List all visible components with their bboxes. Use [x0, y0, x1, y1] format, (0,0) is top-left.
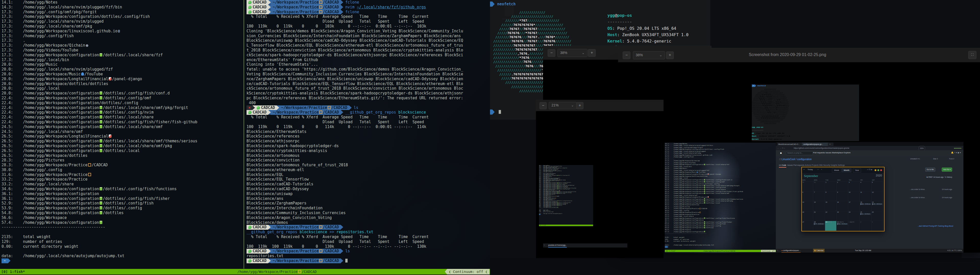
terminal-line: BlockScience/cadCAD-Odyssey	[247, 186, 489, 191]
flask-icon	[558, 201, 558, 201]
terminal-line: Voting BlockScience/Community_Inclusion_…	[247, 72, 489, 77]
terminal-line: CADCAD~/Workspace/Practice/CADCAD	[247, 258, 489, 263]
rocket-icon	[559, 190, 560, 191]
zoom-in-button[interactable]: +	[666, 51, 674, 59]
error-status-segment: ×	[247, 106, 252, 110]
terminal-line: 17.3:/home/ygg/.config/omf/pkg/forgit	[2, 9, 242, 14]
terminal-line: 53.9:/home/ygg/Workspace/configuration/d…	[2, 206, 242, 210]
terminal-line: Cloning 'BlockScience/demos BlockScience…	[247, 29, 489, 33]
terminal-line: data:/home/ygg/.local/share/autojump/aut…	[665, 244, 743, 246]
flask-icon	[100, 96, 102, 100]
flask-icon	[100, 197, 102, 200]
calendar-event-chip: LAD... 08:00 pm	[872, 203, 883, 205]
tmux-pane-cadcad-shell[interactable]: CADCAD~/Workspace/Practice/CADCADfcloneC…	[247, 0, 489, 269]
zoom-level-dropdown[interactable]: 38%⌄	[557, 49, 587, 57]
terminal-line: 33.2:/home/ygg/Workspace/Practice	[665, 213, 743, 215]
terminal-line: 56.6:/home/ygg/Workspace	[665, 229, 743, 231]
python-snake-icon	[248, 250, 251, 253]
vec-icon	[88, 173, 91, 176]
pop-os-ascii-logo: ///////////// ///////////////////// ////…	[752, 89, 802, 125]
terminal-line: 20.0:/home/ygg/.local/share/nvim/plugged…	[665, 169, 743, 171]
zoom-out-button[interactable]: −	[548, 49, 555, 57]
flask-icon	[704, 198, 705, 200]
terminal-line: 14.1:/home/ygg/Notes	[2, 0, 242, 5]
calendar-day-cell: 16	[837, 201, 848, 211]
prompt-venv-segment: CADCAD	[247, 258, 268, 263]
calendar-day-cell: 14	[813, 201, 825, 211]
vector-icon	[319, 225, 322, 229]
flask-icon	[704, 189, 705, 190]
desktop-bottom-strip	[490, 258, 980, 275]
flask-icon	[558, 189, 558, 189]
python-snake-icon	[248, 259, 251, 262]
zoom-level-dropdown[interactable]: 38%⌄	[633, 51, 665, 59]
prompt-venv-segment: CADCAD	[247, 225, 268, 230]
calendar-day-cell: 1	[825, 181, 837, 191]
tmux-pane-autojump-stats[interactable]: 14.1:/home/ygg/Notes14.3:/home/ygg/.loca…	[539, 165, 576, 215]
terminal-line: 33.2:/home/ygg/.local/share	[665, 215, 743, 217]
flask-icon	[704, 179, 705, 180]
tmux-pane-divider[interactable]	[243, 0, 244, 269]
terminal-line: 26.5:/home/ygg/Workspace/LongtailFinanci…	[665, 196, 743, 198]
github-repo-title: □ LinuxIsCool / configuration	[780, 158, 812, 161]
zoom-in-button[interactable]: +	[588, 49, 596, 57]
tmux-pane-autojump-stats[interactable]: 14.1:/home/ygg/Notes14.3:/home/ygg/.loca…	[2, 0, 242, 269]
calendar-day-cell: 30 15.6 °CMax... 01:00 pm	[837, 221, 848, 231]
calendar-day-cell: 17	[848, 201, 860, 211]
calendar-day-cell: 8	[825, 191, 837, 201]
terminal-line: __github_get_org_repos blockscience >> r…	[247, 230, 489, 234]
neofetch-terminal-window[interactable]: ~ neofetch ///////////// ///////////////…	[752, 85, 802, 141]
prompt-venv-segment: CADCAD	[247, 0, 268, 5]
zoom-in-button[interactable]: +	[576, 102, 584, 109]
terminal-line: 33.2:/home/ygg/Workspace/Practice	[2, 177, 242, 182]
taskbar-clock: Tue Sep 29 1:02 AM	[855, 249, 871, 252]
github-fork-button: Fork 0	[949, 158, 954, 160]
rocket-icon	[109, 77, 111, 81]
terminal-line: 17.3:/home/ygg/Workspace/linuxiscool.git…	[2, 29, 242, 33]
calendar-day-cell: 31	[813, 181, 825, 191]
flask-icon	[558, 187, 558, 187]
terminal-line: % Total % Received % Xferd Average Speed…	[247, 234, 489, 239]
terminal-line: BlockScience/uniswap BlockScience/cadCAD…	[247, 38, 489, 43]
terminal-line: 26.5:/home/ygg/Workspace/configuration/d…	[665, 200, 743, 202]
terminal-line: 26.5:/home/ygg/Workspace/dotfiles	[2, 153, 242, 158]
vector-icon	[319, 259, 322, 262]
zoom-out-button[interactable]: −	[623, 51, 630, 59]
terminal-line: 24.5:/home/ygg/.local/share/omf	[2, 130, 242, 134]
left-monitor-terminal-window[interactable]: 14.1:/home/ygg/Notes14.3:/home/ygg/.loca…	[0, 0, 490, 275]
terminal-line: 22.4:/home/ygg/Workspace/configuration/d…	[2, 96, 242, 101]
github-logo-icon: ●	[780, 151, 782, 155]
terminal-line: 20.0:/home/ygg/.local/share/nvim/plugged…	[2, 67, 242, 72]
zoom-out-button[interactable]: −	[539, 102, 547, 109]
terminal-line: 26.5:/home/ygg/Workspace/configuration/d…	[2, 149, 242, 153]
terminal-line: 17.3:/home/ygg/.local/bin	[665, 166, 743, 168]
terminal-line: BlockScience/conviction	[247, 158, 489, 163]
image-viewer-small-headerbar[interactable]: − 21%⌄ +	[536, 100, 663, 111]
shell-prompt-idle[interactable]: ~	[490, 109, 501, 115]
terminal-line: 34.6:/home/ygg/Workspace/configuration/d…	[665, 217, 743, 219]
python-snake-icon	[248, 10, 251, 14]
tmux-pane-autojump-stats[interactable]: 14.1:/home/ygg/Notes14.3:/home/ygg/.loca…	[665, 142, 743, 248]
image-viewer-front-headerbar[interactable]: − 38%⌄ + Screenshot from 2020-09-29 01-0…	[618, 48, 980, 62]
terminal-line: 22.4:/home/ygg/Workspace/configuration/d…	[665, 188, 743, 190]
calendar-event-chip: Kim... 11:00 am	[860, 213, 871, 215]
prompt-path-segment: ~	[665, 246, 667, 248]
fullscreen-button[interactable]: ⛶	[968, 51, 977, 59]
shell-prompt: ~ neofetch	[752, 85, 802, 87]
flask-icon	[704, 164, 705, 165]
calendar-day-cell: 3	[872, 221, 883, 231]
prompt-venv-segment: CADCAD	[247, 110, 268, 115]
terminal-line: 28.3:/home/ygg/Pictures	[665, 206, 743, 208]
github-file-row: ...ore order to tmux.	[910, 197, 925, 198]
flask-icon	[704, 231, 705, 232]
terminal-line: 30.0:/home/ygg/.config	[665, 210, 743, 212]
python-snake-icon	[248, 226, 251, 229]
terminal-line: 20.0:/home/ygg/Workspace/dotfiles/dotfil…	[2, 82, 242, 86]
flask-icon	[100, 115, 102, 119]
zoom-level-dropdown[interactable]: 21%⌄	[549, 102, 577, 109]
terminal-line: 24.5:/home/ygg/Workspace/configuration/d…	[2, 125, 242, 130]
terminal-line: 22.4:/home/ygg/Workspace/configuration/d…	[665, 186, 743, 189]
tmux-window-list[interactable]: [0] 1:fish*	[1, 269, 25, 275]
flask-icon	[100, 53, 102, 57]
terminal-line: 30.0:/home/ygg/.config	[2, 168, 242, 172]
